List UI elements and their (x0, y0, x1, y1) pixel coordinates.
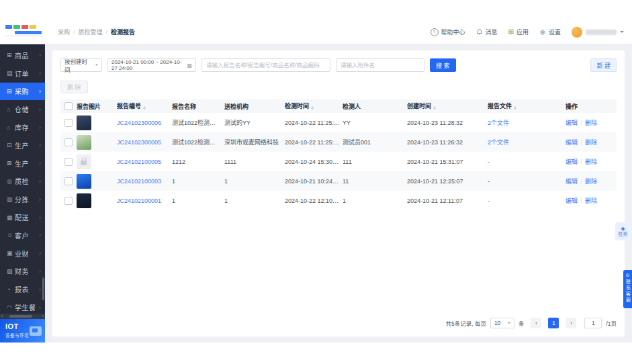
delete-link[interactable]: 删除 (585, 157, 597, 166)
action-divider (581, 179, 582, 184)
action-divider (581, 159, 582, 165)
page-1-button[interactable]: 1 (548, 318, 559, 328)
support-widget[interactable]: ⊙ 联系客服 (623, 270, 632, 308)
row-checkbox[interactable] (64, 119, 73, 127)
sidebar-horizontal-scrollbar[interactable]: ‹ › (0, 314, 45, 319)
delete-link[interactable]: 删除 (585, 177, 597, 185)
messages-link[interactable]: 消息 (476, 28, 498, 36)
report-files-link[interactable]: - (488, 197, 490, 204)
row-checkbox[interactable] (64, 197, 73, 205)
sidebar-item-finance[interactable]: ▧ 财务 › (0, 263, 45, 281)
report-thumbnail[interactable] (77, 174, 91, 189)
inspector: YY (343, 120, 407, 126)
scroll-right-icon[interactable]: › (41, 314, 45, 319)
sidebar-item-sorting[interactable]: ▥ 分拣 › (0, 190, 45, 208)
batch-delete-button[interactable]: 删 除 (60, 81, 88, 93)
tasks-widget[interactable]: ◈ 任务 (615, 222, 631, 240)
report-no-link[interactable]: JC24102100005 (117, 158, 161, 165)
test-time: 2024-10-22 11:25:00 (285, 139, 343, 146)
col-inspector: 检测人 (343, 102, 407, 111)
report-files-link[interactable]: 2个文件 (488, 120, 509, 126)
sidebar-item-orders[interactable]: ▤ 订单 › (0, 64, 45, 83)
finance-icon: ▧ (7, 268, 15, 275)
chevron-right-icon: › (39, 196, 41, 203)
sidebar-item-biz-finance[interactable]: ▣ 业财 › (0, 244, 45, 263)
agency: 深圳市观麦网络科技 (224, 138, 285, 146)
col-test-time[interactable]: 检测时间 (285, 101, 343, 111)
sidebar-item-student-meals[interactable]: ◠ 学生餐 › (0, 298, 45, 314)
sidebar-item-production-2[interactable]: ⊠ 生产 › (0, 154, 45, 173)
scroll-left-icon[interactable]: ‹ (0, 314, 4, 319)
col-created[interactable]: 创建时间 (407, 101, 488, 111)
prev-page-button[interactable]: ‹ (531, 318, 541, 328)
edit-link[interactable]: 编辑 (566, 177, 578, 185)
edit-link[interactable]: 编辑 (566, 196, 578, 205)
delete-link[interactable]: 删除 (585, 118, 597, 127)
row-checkbox[interactable] (64, 158, 73, 166)
table-header: 报告图片 报告编号 报告名称 送检机构 检测时间 检测人 创建时间 报告文件 操… (60, 99, 617, 113)
action-divider (581, 140, 582, 145)
edit-link[interactable]: 编辑 (566, 157, 578, 166)
page-jump-input[interactable] (584, 318, 602, 328)
action-divider (581, 198, 582, 203)
keyword-input[interactable] (201, 58, 330, 72)
edit-link[interactable]: 编辑 (566, 118, 578, 127)
breadcrumb-procurement[interactable]: 采购 (58, 28, 70, 36)
sidebar-item-reports[interactable]: ◔ 报表 › (0, 280, 45, 298)
page-size-select[interactable]: 10 (490, 318, 514, 328)
sidebar-scrollbar-thumb[interactable] (42, 277, 44, 300)
apps-label: 应用 (516, 28, 529, 36)
report-files-link[interactable]: 2个文件 (488, 139, 509, 146)
report-thumbnail[interactable] (77, 193, 91, 208)
settings-link[interactable]: 设置 (539, 28, 561, 36)
sidebar-item-procurement[interactable]: ⊟ 采购 › (0, 83, 45, 101)
attachment-input[interactable] (336, 58, 424, 72)
report-no-link[interactable]: JC24102300006 (117, 120, 161, 126)
inventory-icon: ⌂ (7, 124, 15, 131)
report-files-link[interactable]: - (488, 158, 490, 165)
date-range-input[interactable]: 2024-10-21 00:00 ~ 2024-10-27 24:00 ▦ (107, 58, 196, 72)
sidebar-item-inventory[interactable]: ⌂ 库存 › (0, 118, 45, 136)
chevron-right-icon: › (39, 124, 41, 131)
report-no-link[interactable]: JC24102300005 (117, 139, 161, 146)
sidebar-item-delivery[interactable]: ▦ 配送 › (0, 208, 45, 226)
search-button[interactable]: 搜 索 (430, 58, 456, 72)
apps-link[interactable]: ⊞ 应用 (508, 28, 529, 36)
time-type-select[interactable]: 按创建时间 (60, 58, 102, 72)
delete-link[interactable]: 删除 (585, 196, 597, 205)
app-logo[interactable] (5, 25, 44, 40)
col-report-no[interactable]: 报告编号 (117, 101, 172, 111)
report-files-link[interactable]: - (488, 178, 490, 185)
next-page-button[interactable]: › (566, 318, 576, 328)
iot-banner[interactable]: IOT 设备与环境 (0, 319, 45, 343)
sidebar-item-production[interactable]: ⊡ 生产 › (0, 136, 45, 154)
report-no-link[interactable]: JC24102100003 (117, 178, 161, 185)
delete-link[interactable]: 删除 (585, 138, 597, 146)
row-checkbox[interactable] (64, 177, 73, 185)
table-body: JC24102300006 测试1022检测报告 测试的YY 2024-10-2… (60, 113, 617, 210)
select-all-checkbox[interactable] (64, 102, 73, 110)
scrollbar-thumb[interactable] (9, 315, 32, 318)
edit-link[interactable]: 编辑 (566, 138, 578, 146)
sidebar-item-warehouse[interactable]: ⌂ 仓储 › (0, 100, 45, 118)
report-thumbnail[interactable] (77, 135, 91, 150)
report-thumbnail[interactable] (77, 116, 91, 130)
create-button[interactable]: 新 建 (590, 58, 617, 72)
sidebar-item-quality[interactable]: ◎ 质检 › (0, 173, 45, 191)
breadcrumb-quality-mgmt[interactable]: 质检管理 (79, 28, 103, 36)
user-menu[interactable] (572, 27, 624, 38)
col-files[interactable]: 报告文件 (488, 101, 566, 111)
sidebar-item-customers[interactable]: ☺ 客户 › (0, 226, 45, 244)
time-type-value: 按创建时间 (64, 57, 93, 73)
sort-icon[interactable] (143, 105, 146, 111)
sort-icon[interactable] (514, 105, 516, 111)
sort-icon[interactable] (311, 105, 314, 111)
iot-illustration (30, 326, 42, 336)
sidebar-item-products[interactable]: ⊞ 商品 › (0, 46, 45, 64)
report-no-link[interactable]: JC24102100001 (117, 197, 161, 204)
row-checkbox[interactable] (64, 138, 73, 146)
help-center-link[interactable]: ? 帮助中心 (431, 28, 465, 36)
total-pages: /1页 (606, 319, 617, 327)
sort-icon[interactable] (433, 105, 436, 111)
report-thumbnail[interactable] (77, 154, 91, 169)
